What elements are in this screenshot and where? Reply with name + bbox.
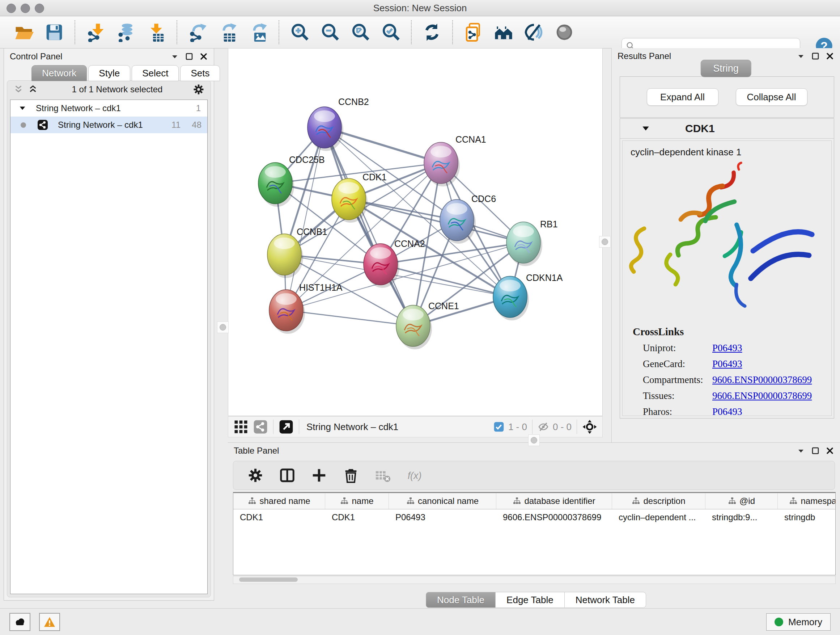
expand-all-networks-icon[interactable] xyxy=(27,84,38,95)
function-icon[interactable]: f(x) xyxy=(406,467,423,484)
panel-menu-icon[interactable] xyxy=(797,52,805,60)
network-canvas[interactable]: CCNB2CCNA1CDC25BCDK1CDC6RB1CCNB1CCNA2CDK… xyxy=(228,48,603,416)
crosslink-link[interactable]: 9606.ENSP00000378699 xyxy=(712,390,812,402)
table-panel-title: Table Panel xyxy=(234,446,279,456)
control-panel: Control Panel NetworkStyleSelectSets 1 o… xyxy=(4,48,214,600)
birdseye-view-icon[interactable] xyxy=(582,419,597,434)
panel-close-icon[interactable] xyxy=(826,52,834,60)
gear-icon[interactable] xyxy=(247,467,264,484)
network-node-CDKN1A[interactable] xyxy=(493,276,529,320)
horizontal-splitter-handle[interactable] xyxy=(528,434,540,446)
table-row[interactable]: CDK1CDK1P064939606.ENSP00000378699cyclin… xyxy=(233,509,835,525)
column-header-@id[interactable]: @id xyxy=(706,493,778,509)
tab-network-table[interactable]: Network Table xyxy=(564,592,646,608)
tab-node-table[interactable]: Node Table xyxy=(426,592,496,608)
export-network-icon[interactable] xyxy=(188,22,207,42)
cloud-button[interactable] xyxy=(9,613,30,631)
node-table[interactable]: shared namenamecanonical namedatabase id… xyxy=(233,492,836,575)
network-node-CCNB2[interactable] xyxy=(308,107,343,151)
column-header-database-identifier[interactable]: database identifier xyxy=(496,493,612,509)
memory-button[interactable]: Memory xyxy=(766,613,831,631)
panel-close-icon[interactable] xyxy=(199,52,208,61)
tab-network[interactable]: Network xyxy=(32,65,87,81)
clone-network-icon[interactable] xyxy=(463,22,483,42)
clear-table-icon[interactable] xyxy=(374,467,391,484)
add-column-icon[interactable] xyxy=(311,467,327,484)
tab-sets[interactable]: Sets xyxy=(180,65,220,81)
show-sphere-icon[interactable] xyxy=(554,22,574,42)
network-node-CCNA1[interactable] xyxy=(424,142,460,187)
panel-menu-icon[interactable] xyxy=(797,447,805,455)
network-tree: String Network – cdk1 1 String Network –… xyxy=(10,100,208,594)
crosslink-link[interactable]: P06493 xyxy=(712,358,742,370)
collapse-all-networks-icon[interactable] xyxy=(13,84,24,95)
hidden-eye-icon[interactable] xyxy=(538,421,549,432)
panel-float-icon[interactable] xyxy=(185,52,194,61)
collapse-triangle-icon[interactable] xyxy=(19,104,27,112)
crosslink-link[interactable]: 9606.ENSP00000378699 xyxy=(712,374,812,386)
table-horizontal-scrollbar[interactable] xyxy=(233,576,836,584)
tab-select[interactable]: Select xyxy=(132,65,179,81)
scrollbar-thumb[interactable] xyxy=(239,578,298,582)
glass-effect-icon[interactable] xyxy=(524,22,544,42)
network-collection-row[interactable]: String Network – cdk1 1 xyxy=(11,100,207,117)
crosslink-link[interactable]: P06493 xyxy=(712,406,742,416)
network-edge[interactable] xyxy=(286,310,413,326)
network-node-CCNA2[interactable] xyxy=(363,244,399,288)
selected-nodes-checkbox[interactable] xyxy=(493,421,505,432)
string-home-icon[interactable] xyxy=(494,22,513,42)
import-table-icon[interactable] xyxy=(147,22,166,42)
network-options-gear-icon[interactable] xyxy=(193,83,205,96)
zoom-in-icon[interactable] xyxy=(290,22,309,42)
network-edge[interactable] xyxy=(325,127,413,326)
expand-all-button[interactable]: Expand All xyxy=(647,88,718,106)
tab-edge-table[interactable]: Edge Table xyxy=(495,592,565,608)
delete-column-icon[interactable] xyxy=(343,467,359,484)
crosslink-link[interactable]: P06493 xyxy=(712,342,742,354)
network-graph[interactable]: CCNB2CCNA1CDC25BCDK1CDC6RB1CCNB1CCNA2CDK… xyxy=(228,49,602,416)
left-splitter-handle[interactable] xyxy=(217,321,229,333)
node-label-CCNA2: CCNA2 xyxy=(394,239,425,249)
import-database-icon[interactable] xyxy=(116,22,136,42)
column-header-name[interactable]: name xyxy=(325,493,389,509)
column-header-namespace[interactable]: namespace xyxy=(778,493,836,509)
right-splitter-handle[interactable] xyxy=(599,236,611,248)
network-node-CCNE1[interactable] xyxy=(396,305,432,349)
column-header-canonical-name[interactable]: canonical name xyxy=(389,493,496,509)
refresh-network-icon[interactable] xyxy=(422,22,442,42)
collapse-all-button[interactable]: Collapse All xyxy=(736,88,807,106)
crosslink-row: Compartments:9606.ENSP00000378699 xyxy=(643,374,831,386)
network-node-CDC25B[interactable] xyxy=(258,163,294,207)
network-node-CCNB1[interactable] xyxy=(267,234,303,278)
warnings-button[interactable] xyxy=(39,613,60,631)
collapse-triangle-icon[interactable] xyxy=(641,124,651,133)
panel-float-icon[interactable] xyxy=(811,447,820,455)
zoom-out-icon[interactable] xyxy=(320,22,340,42)
network-node-HIST1H1A[interactable] xyxy=(269,290,305,334)
export-table-icon[interactable] xyxy=(218,22,238,42)
split-columns-icon[interactable] xyxy=(279,467,295,484)
export-image-icon[interactable] xyxy=(248,22,268,42)
panel-close-icon[interactable] xyxy=(826,447,834,455)
import-network-icon[interactable] xyxy=(86,22,105,42)
node-section-header[interactable]: CDK1 xyxy=(620,119,834,139)
network-view-icon[interactable] xyxy=(253,419,268,434)
network-node-RB1[interactable] xyxy=(507,222,542,266)
panel-float-icon[interactable] xyxy=(811,52,820,60)
tab-style[interactable]: Style xyxy=(88,65,130,81)
zoom-selected-icon[interactable] xyxy=(381,22,401,42)
zoom-fit-icon[interactable] xyxy=(351,22,370,42)
crosslinks-section: CrossLinks Uniprot:P06493GeneCard:P06493… xyxy=(622,326,831,416)
network-node-CDC6[interactable] xyxy=(440,200,476,244)
column-header-shared-name[interactable]: shared name xyxy=(233,493,325,509)
crosslink-row: GeneCard:P06493 xyxy=(643,358,831,370)
open-session-icon[interactable] xyxy=(14,22,34,42)
grid-view-icon[interactable] xyxy=(233,419,248,434)
panel-menu-icon[interactable] xyxy=(171,52,179,61)
tab-string[interactable]: String xyxy=(700,60,752,77)
save-session-icon[interactable] xyxy=(44,22,64,42)
detach-view-icon[interactable] xyxy=(279,419,294,434)
network-node-CDK1[interactable] xyxy=(332,179,368,223)
network-row[interactable]: String Network – cdk1 11 48 xyxy=(11,117,207,133)
column-header-description[interactable]: description xyxy=(612,493,706,509)
